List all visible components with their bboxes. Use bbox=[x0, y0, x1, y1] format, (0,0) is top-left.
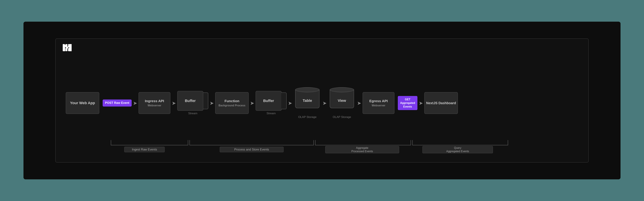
ingress-api-sublabel: Webserver bbox=[148, 104, 161, 108]
node-post-badge: POST Raw Event bbox=[103, 100, 132, 106]
table-label: Table bbox=[303, 98, 312, 103]
buffer-1-label: Buffer bbox=[185, 98, 196, 103]
ann-2-label: Process and Store Events bbox=[234, 148, 269, 151]
egress-api-label: Egress API bbox=[369, 99, 388, 103]
node-table: Table OLAP Storage bbox=[294, 87, 321, 119]
inner-box: Your Web App POST Raw Event ➤ Ingress AP… bbox=[55, 38, 589, 162]
main-container: Your Web App POST Raw Event ➤ Ingress AP… bbox=[24, 22, 620, 179]
logo bbox=[62, 44, 72, 52]
arrow-5: ➤ bbox=[286, 100, 294, 106]
get-badge: GETAggregatedEvents bbox=[398, 96, 418, 110]
node-egress-api: Egress API Webserver bbox=[362, 92, 394, 114]
table-cylinder-wrapper: Table bbox=[294, 87, 321, 112]
node-nextjs: NextJS Dashboard bbox=[424, 92, 458, 114]
egress-api-box: Egress API Webserver bbox=[362, 92, 394, 114]
arrow-4: ➤ bbox=[249, 100, 256, 106]
table-box: Table bbox=[295, 90, 320, 108]
view-label: View bbox=[338, 98, 346, 103]
web-app-box: Your Web App bbox=[66, 92, 99, 114]
buffer-2-box: Buffer bbox=[256, 91, 282, 111]
function-box: Function Background Process bbox=[215, 92, 249, 114]
egress-api-sublabel: Webserver bbox=[372, 104, 386, 108]
buffer-1-box: Buffer bbox=[177, 91, 203, 111]
arrow-7: ➤ bbox=[356, 100, 362, 106]
ann-3-label-1: Aggregate bbox=[356, 146, 368, 149]
buffer-1-tab bbox=[203, 92, 208, 109]
buffer-2-label: Buffer bbox=[263, 98, 274, 103]
function-sublabel: Background Process bbox=[218, 104, 245, 108]
node-ingress-api: Ingress API Webserver bbox=[138, 92, 170, 114]
node-your-web-app: Your Web App bbox=[66, 92, 99, 114]
ann-4-label-2: Aggregated Events bbox=[446, 150, 469, 153]
diagram-area: Your Web App POST Raw Event ➤ Ingress AP… bbox=[66, 87, 578, 119]
view-box: View bbox=[330, 90, 354, 108]
ingress-api-label: Ingress API bbox=[145, 99, 164, 103]
ann-1-label: Ingest Raw Events bbox=[132, 148, 157, 151]
arrow-6: ➤ bbox=[321, 100, 328, 106]
function-label: Function bbox=[224, 99, 240, 103]
node-buffer-1: Buffer Stream bbox=[177, 91, 208, 115]
get-badge-label: GETAggregatedEvents bbox=[400, 98, 415, 108]
web-app-label: Your Web App bbox=[70, 101, 95, 106]
arrow-8: ➤ bbox=[418, 100, 424, 106]
node-buffer-2: Buffer Stream bbox=[256, 91, 286, 115]
buffer-1-sublabel: Stream bbox=[188, 112, 198, 115]
view-cylinder-wrapper: View bbox=[328, 87, 356, 112]
buffer-2-sublabel: Stream bbox=[266, 112, 276, 115]
arrow-1: ➤ bbox=[132, 100, 138, 106]
arrow-2: ➤ bbox=[170, 100, 177, 106]
node-function: Function Background Process bbox=[215, 92, 249, 114]
node-get-badge: GETAggregatedEvents bbox=[398, 96, 418, 110]
ingress-api-box: Ingress API Webserver bbox=[138, 92, 170, 114]
node-view: View OLAP Storage bbox=[328, 87, 356, 119]
nextjs-label: NextJS Dashboard bbox=[426, 101, 456, 105]
nextjs-box: NextJS Dashboard bbox=[424, 92, 458, 114]
arrow-3: ➤ bbox=[208, 100, 215, 106]
table-sublabel: OLAP Storage bbox=[298, 116, 316, 119]
ann-4-label-1: Query bbox=[454, 146, 461, 149]
post-badge: POST Raw Event bbox=[103, 100, 132, 106]
brackets-svg: Ingest Raw Events Process and Store Even… bbox=[66, 138, 578, 154]
ann-3-label-2: Processed Events bbox=[351, 150, 373, 153]
buffer-2-tab bbox=[281, 92, 286, 109]
view-sublabel: OLAP Storage bbox=[333, 116, 351, 119]
